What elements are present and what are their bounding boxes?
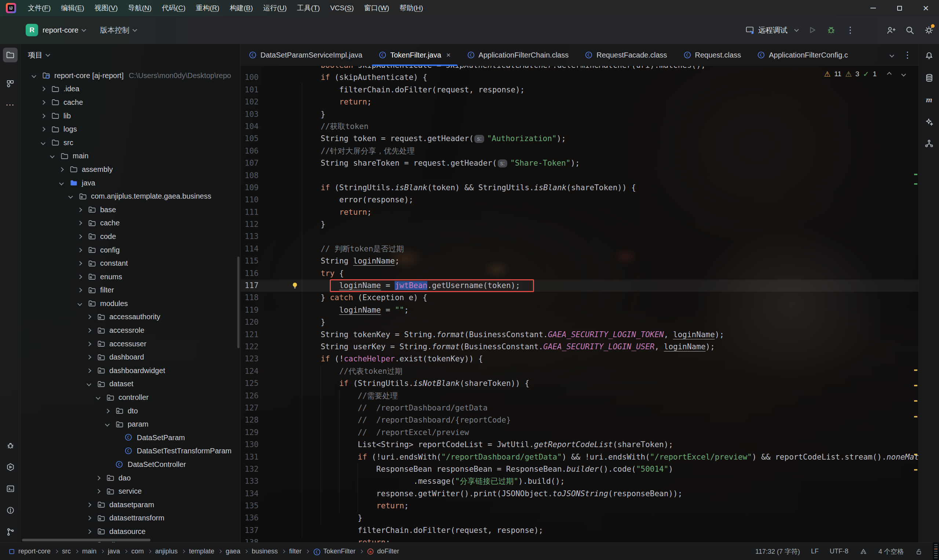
- chevron-right-icon[interactable]: [77, 221, 82, 225]
- notifications-button[interactable]: [922, 48, 936, 63]
- chevron-right-icon[interactable]: [96, 476, 100, 480]
- menu-item-V[interactable]: 视图(V): [89, 0, 123, 16]
- tree-item--idea[interactable]: .idea: [20, 83, 240, 96]
- tab-tokenfilter-java[interactable]: CTokenFilter.java×: [370, 44, 459, 66]
- tree-item-param[interactable]: param: [20, 417, 240, 431]
- breadcrumb-template[interactable]: template: [189, 548, 214, 555]
- menu-item-T[interactable]: 工具(T): [292, 0, 325, 16]
- project-avatar[interactable]: R: [26, 24, 38, 36]
- tree-item-com-anjiplus-template-gaea-business[interactable]: com.anjiplus.template.gaea.business: [20, 189, 240, 203]
- error-stripe-mark[interactable]: [914, 416, 917, 417]
- tree-item-accessuser[interactable]: accessuser: [20, 337, 240, 351]
- tree-item-datasetparam[interactable]: datasetparam: [20, 498, 240, 512]
- tree-item-code[interactable]: code: [20, 230, 240, 243]
- more-tools-button[interactable]: ⋯: [3, 97, 18, 112]
- breadcrumb-gaea[interactable]: gaea: [225, 548, 240, 555]
- terminal-tool-button[interactable]: [3, 481, 18, 496]
- breadcrumb-dofilter[interactable]: mdoFilter: [367, 548, 399, 555]
- tree-item-enums[interactable]: enums: [20, 270, 240, 284]
- more-actions-button[interactable]: ⋮: [845, 25, 856, 35]
- chevron-right-icon[interactable]: [86, 328, 91, 333]
- tree-item-dto[interactable]: dto: [20, 404, 240, 418]
- tree-item-service[interactable]: service: [20, 485, 240, 498]
- code-line-123[interactable]: 123 if (!cacheHelper.exist(tokenKey)) {: [241, 353, 919, 365]
- search-everywhere-button[interactable]: [905, 25, 915, 35]
- chevron-right-icon[interactable]: [41, 127, 45, 132]
- menu-item-S[interactable]: VCS(S): [325, 0, 359, 16]
- tab-options-kebab-icon[interactable]: ⋮: [903, 50, 912, 60]
- code-line-134[interactable]: 134 response.getWriter().print(JSONObjec…: [241, 488, 919, 500]
- tree-item-datasettransform[interactable]: datasettransform: [20, 512, 240, 525]
- structure-tool-button[interactable]: [3, 76, 18, 91]
- tree-item-cache[interactable]: cache: [20, 217, 240, 230]
- chevron-right-icon[interactable]: [86, 315, 91, 320]
- error-stripe-mark[interactable]: [914, 469, 917, 471]
- project-panel-header[interactable]: 项目: [20, 44, 240, 66]
- tree-item-constant[interactable]: constant: [20, 257, 240, 270]
- code-line-136[interactable]: 136 }: [241, 512, 919, 524]
- tab-datasetparamserviceimpl-java[interactable]: CDataSetParamServiceImpl.java: [241, 44, 370, 66]
- chevron-down-icon[interactable]: [32, 73, 36, 78]
- tree-item-logs[interactable]: logs: [20, 122, 240, 136]
- close-button[interactable]: ✕: [913, 0, 939, 16]
- error-stripe-mark[interactable]: [914, 174, 917, 175]
- code-line-100[interactable]: 100 if (skipAuthenticate) {: [241, 71, 919, 83]
- breadcrumb-report-core[interactable]: report-core: [8, 548, 51, 555]
- chevron-right-icon[interactable]: [86, 503, 91, 507]
- code-line-106[interactable]: 106 //针对大屏分享，优先处理: [241, 145, 919, 157]
- code-line-138[interactable]: 138 return;: [241, 537, 919, 542]
- code-line-133[interactable]: 133 .message("分享链接已过期").build();: [241, 475, 919, 488]
- debug-button[interactable]: [826, 25, 836, 35]
- code-line-105[interactable]: 105 String token = request.getHeader(s:"…: [241, 133, 919, 145]
- tree-item-cache[interactable]: cache: [20, 95, 240, 109]
- chevron-right-icon[interactable]: [86, 368, 91, 373]
- chevron-down-icon[interactable]: [68, 194, 73, 198]
- menu-item-C[interactable]: 代码(C): [157, 0, 190, 16]
- code-line-116[interactable]: 116 try {: [241, 268, 919, 280]
- tree-item-java[interactable]: java: [20, 176, 240, 190]
- tree-item-assembly[interactable]: assembly: [20, 163, 240, 176]
- menu-item-B[interactable]: 构建(B): [225, 0, 258, 16]
- maven-tool-button[interactable]: m: [922, 92, 936, 107]
- code-editor[interactable]: boolean skipAuthenticate = skipAuthentic…: [241, 66, 919, 542]
- code-line-101[interactable]: 101 filterChain.doFilter(request, respon…: [241, 84, 919, 96]
- version-control-tool-button[interactable]: [3, 525, 18, 539]
- hidden-tabs-chevron-icon[interactable]: [890, 53, 894, 57]
- chevron-right-icon[interactable]: [86, 342, 91, 346]
- ai-assistant-tool-button[interactable]: [922, 114, 936, 129]
- code-line-109[interactable]: 109 if (StringUtils.isBlank(token) && St…: [241, 182, 919, 194]
- chevron-right-icon[interactable]: [59, 167, 64, 172]
- menu-item-R[interactable]: 重构(R): [191, 0, 225, 16]
- code-line-121[interactable]: 121 String tokenKey = String.format(Busi…: [241, 329, 919, 341]
- spellcheck-status-icon[interactable]: [859, 548, 868, 555]
- services-tool-button[interactable]: [3, 460, 18, 474]
- problems-tool-button[interactable]: [3, 503, 18, 517]
- chevron-right-icon[interactable]: [86, 529, 91, 534]
- chevron-down-icon[interactable]: [41, 140, 45, 145]
- caret-position-widget[interactable]: 117:32 (7 字符): [755, 547, 800, 556]
- chevron-down-icon[interactable]: [77, 301, 82, 306]
- code-line-132[interactable]: 132 ResponseBean responseBean = Response…: [241, 463, 919, 475]
- code-with-me-button[interactable]: [885, 25, 896, 35]
- tab-applicationfilterchain-class[interactable]: CApplicationFilterChain.class: [459, 44, 577, 66]
- chevron-right-icon[interactable]: [105, 409, 109, 414]
- code-line-119[interactable]: 119 loginName = "";: [241, 304, 919, 316]
- code-line-115[interactable]: 115 String loginName;: [241, 255, 919, 267]
- chevron-down-icon[interactable]: [96, 395, 100, 400]
- code-line-124[interactable]: 124 //代表token过期: [241, 365, 919, 377]
- debug-tool-button[interactable]: [3, 438, 18, 452]
- breadcrumb-src[interactable]: src: [62, 548, 71, 555]
- chevron-down-icon[interactable]: [59, 181, 64, 185]
- chevron-right-icon[interactable]: [77, 208, 82, 212]
- encoding-widget[interactable]: UTF-8: [830, 548, 848, 555]
- chevron-right-icon[interactable]: [96, 489, 100, 494]
- code-line-108[interactable]: 108: [241, 170, 919, 182]
- tree-item-dashboardwidget[interactable]: dashboardwidget: [20, 364, 240, 377]
- error-stripe-mark[interactable]: [914, 400, 917, 402]
- code-line-102[interactable]: 102 return;: [241, 96, 919, 108]
- code-line-114[interactable]: 114 // 判断token是否过期: [241, 243, 919, 255]
- menu-item-E[interactable]: 编辑(E): [56, 0, 89, 16]
- code-line[interactable]: boolean skipAuthenticate = skipAuthentic…: [241, 66, 919, 71]
- breadcrumb-main[interactable]: main: [82, 548, 97, 555]
- chevron-right-icon[interactable]: [77, 261, 82, 266]
